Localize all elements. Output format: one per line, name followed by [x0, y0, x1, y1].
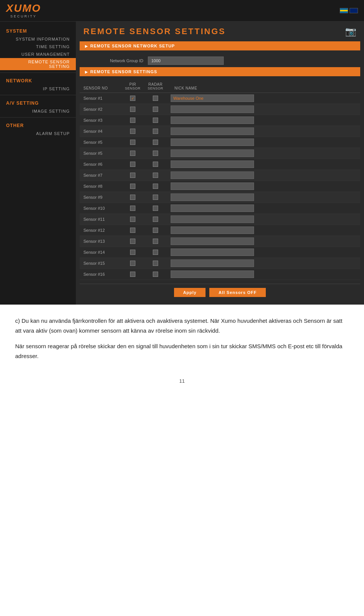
nick-15[interactable]: [167, 259, 356, 267]
radar-check-12[interactable]: [144, 228, 167, 233]
nick-3[interactable]: [167, 116, 356, 124]
checkbox-radar-4[interactable]: [153, 129, 158, 134]
radar-check-3[interactable]: [144, 118, 167, 123]
checkbox-pir-9[interactable]: [130, 195, 135, 200]
pir-check-12[interactable]: [121, 228, 144, 233]
checkbox-radar-9[interactable]: [153, 195, 158, 200]
pir-check-3[interactable]: [121, 118, 144, 123]
checkbox-radar-8[interactable]: [153, 184, 158, 189]
checkbox-radar-10[interactable]: [153, 206, 158, 211]
radar-check-7[interactable]: [144, 173, 167, 178]
sidebar-item-system-info[interactable]: SYSTEM INFORMATION: [0, 35, 76, 43]
sidebar-item-image-setting[interactable]: IMAGE SETTING: [0, 107, 76, 115]
checkbox-pir-5a[interactable]: [130, 140, 135, 145]
checkbox-radar-15[interactable]: [153, 261, 158, 266]
checkbox-radar-7[interactable]: [153, 173, 158, 178]
checkbox-radar-13[interactable]: [153, 239, 158, 244]
checkbox-pir-2[interactable]: [130, 107, 135, 112]
apply-button[interactable]: Apply: [174, 288, 206, 297]
pir-check-9[interactable]: [121, 195, 144, 200]
sidebar-item-alarm-setup[interactable]: ALARM SETUP: [0, 130, 76, 137]
pir-check-5b[interactable]: [121, 151, 144, 156]
pir-check-15[interactable]: [121, 261, 144, 266]
pir-check-6[interactable]: [121, 162, 144, 167]
checkbox-pir-7[interactable]: [130, 173, 135, 178]
checkbox-pir-10[interactable]: [130, 206, 135, 211]
nick-input-10[interactable]: [171, 204, 254, 212]
radar-check-6[interactable]: [144, 162, 167, 167]
nick-input-4[interactable]: [171, 127, 254, 135]
pir-check-10[interactable]: [121, 206, 144, 211]
nick-5b[interactable]: [167, 149, 356, 157]
checkbox-pir-5b[interactable]: [130, 151, 135, 156]
radar-check-5a[interactable]: [144, 140, 167, 145]
pir-check-16[interactable]: [121, 272, 144, 277]
nick-8[interactable]: [167, 182, 356, 190]
nick-16[interactable]: [167, 270, 356, 278]
checkbox-radar-3[interactable]: [153, 118, 158, 123]
checkbox-pir-16[interactable]: [130, 272, 135, 277]
nick-input-3[interactable]: [171, 116, 254, 124]
radar-check-1[interactable]: [144, 96, 167, 101]
pir-check-14[interactable]: [121, 250, 144, 255]
nick-input-5b[interactable]: [171, 149, 254, 157]
pir-check-2[interactable]: [121, 107, 144, 112]
nick-11[interactable]: [167, 215, 356, 223]
radar-check-11[interactable]: [144, 217, 167, 222]
nick-12[interactable]: [167, 226, 356, 234]
nick-input-12[interactable]: [171, 226, 254, 234]
nick-input-5a[interactable]: [171, 138, 254, 146]
nick-input-14[interactable]: [171, 248, 254, 256]
pir-check-8[interactable]: [121, 184, 144, 189]
nick-6[interactable]: [167, 160, 356, 168]
nick-input-6[interactable]: [171, 160, 254, 168]
nick-2[interactable]: [167, 105, 356, 113]
nick-input-1[interactable]: [171, 94, 254, 102]
radar-check-5b[interactable]: [144, 151, 167, 156]
nick-13[interactable]: [167, 237, 356, 245]
checkbox-pir-15[interactable]: [130, 261, 135, 266]
radar-check-14[interactable]: [144, 250, 167, 255]
pir-check-11[interactable]: [121, 217, 144, 222]
radar-check-13[interactable]: [144, 239, 167, 244]
checkbox-radar-14[interactable]: [153, 250, 158, 255]
radar-check-2[interactable]: [144, 107, 167, 112]
sidebar-item-time-setting[interactable]: TIME SETTING: [0, 43, 76, 50]
sidebar-item-user-management[interactable]: USER MANAGEMENT: [0, 50, 76, 58]
nick-7[interactable]: [167, 171, 356, 179]
sidebar-item-ip-setting[interactable]: IP SETTING: [0, 85, 76, 93]
nick-5a[interactable]: [167, 138, 356, 146]
checkbox-radar-1[interactable]: [153, 96, 158, 101]
nick-input-2[interactable]: [171, 105, 254, 113]
network-group-id-input[interactable]: [148, 57, 224, 65]
nick-9[interactable]: [167, 193, 356, 201]
radar-check-10[interactable]: [144, 206, 167, 211]
nick-10[interactable]: [167, 204, 356, 212]
nick-input-16[interactable]: [171, 270, 254, 278]
radar-check-15[interactable]: [144, 261, 167, 266]
checkbox-radar-11[interactable]: [153, 217, 158, 222]
checkbox-radar-2[interactable]: [153, 107, 158, 112]
checkbox-pir-6[interactable]: [130, 162, 135, 167]
pir-check-13[interactable]: [121, 239, 144, 244]
checkbox-pir-8[interactable]: [130, 184, 135, 189]
nick-input-15[interactable]: [171, 259, 254, 267]
checkbox-pir-11[interactable]: [130, 217, 135, 222]
checkbox-pir-3[interactable]: [130, 118, 135, 123]
pir-check-4[interactable]: [121, 129, 144, 134]
nick-input-9[interactable]: [171, 193, 254, 201]
pir-check-7[interactable]: [121, 173, 144, 178]
checkbox-radar-5a[interactable]: [153, 140, 158, 145]
checkbox-pir-4[interactable]: [130, 129, 135, 134]
pir-check-5a[interactable]: [121, 140, 144, 145]
nick-input-7[interactable]: [171, 171, 254, 179]
sidebar-item-remote-sensor-setting[interactable]: REMOTE SENSOR SETTING: [0, 58, 76, 70]
radar-check-9[interactable]: [144, 195, 167, 200]
checkbox-pir-14[interactable]: [130, 250, 135, 255]
nick-input-13[interactable]: [171, 237, 254, 245]
nick-14[interactable]: [167, 248, 356, 256]
checkbox-pir-checked-1[interactable]: [130, 96, 135, 101]
checkbox-pir-13[interactable]: [130, 239, 135, 244]
checkbox-pir-12[interactable]: [130, 228, 135, 233]
nick-1[interactable]: [167, 94, 356, 102]
